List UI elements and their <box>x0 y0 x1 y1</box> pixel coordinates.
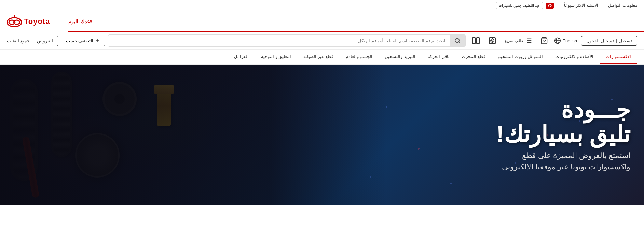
contact-link[interactable]: معلومات التواصل <box>608 3 637 8</box>
language-button[interactable]: English <box>554 37 577 44</box>
hero-overlay <box>0 65 386 205</box>
scan-icon <box>488 37 496 45</box>
top-bar: عبد اللطيف جميل للسيارات ٧٥ الاسئلة الاك… <box>0 0 644 11</box>
cat-nav-item-7[interactable]: قطع غير الصيانة <box>297 50 339 64</box>
all-categories-link[interactable]: جميع الفئات <box>7 38 30 43</box>
cat-nav-item-9[interactable]: الفرامل <box>228 50 255 64</box>
header-red-line <box>68 31 644 32</box>
hero-subtitle: استمتع بالعروض المميزة على قطع واكسسوارا… <box>496 150 630 172</box>
hero-text: جـــودة تليق بسيارتك! استمتع بالعروض الم… <box>496 98 630 172</box>
quick-order-button[interactable]: طلب سريع <box>503 36 534 46</box>
anniversary-badge: ٧٥ <box>546 3 554 9</box>
hashtag-label[interactable]: #غدك_اليوم <box>68 19 92 24</box>
logo-area: Toyota <box>7 15 68 28</box>
navbar: تسجيل | تسجيل الدخول English طلب سريع <box>0 32 644 50</box>
svg-point-15 <box>491 39 494 42</box>
cat-nav-item-1[interactable]: الأضاءة والالكترونيات <box>549 50 600 64</box>
search-area: التصنيف حسب... <box>57 34 466 47</box>
cart-icon <box>540 37 548 44</box>
offers-link[interactable]: العروض <box>37 38 53 43</box>
hero-banner: جـــودة تليق بسيارتك! استمتع بالعروض الم… <box>0 65 644 205</box>
svg-rect-3 <box>14 15 15 18</box>
svg-point-24 <box>455 39 459 43</box>
al-logo: عبد اللطيف جميل للسيارات <box>496 2 543 9</box>
search-submit-button[interactable] <box>450 35 465 46</box>
cart-button[interactable] <box>538 36 550 46</box>
svg-point-16 <box>492 40 493 41</box>
header-right: #غدك_اليوم <box>68 19 637 24</box>
list-icon <box>525 37 532 44</box>
brand-logo-area: عبد اللطيف جميل للسيارات ٧٥ <box>496 2 554 9</box>
nav-links: العروض جميع الفئات <box>7 38 53 43</box>
cat-nav-item-2[interactable]: السوائل وزيوت التشحيم <box>492 50 549 64</box>
cat-nav-item-5[interactable]: التبريد والتسخين <box>379 50 422 64</box>
svg-rect-20 <box>477 38 479 44</box>
scan-button[interactable] <box>486 35 498 46</box>
toyota-logo-icon <box>7 15 22 28</box>
search-icon <box>454 38 461 44</box>
cat-nav-item-0[interactable]: الاكسسوارات <box>600 50 637 64</box>
svg-line-25 <box>458 42 460 43</box>
auth-button[interactable]: تسجيل | تسجيل الدخول <box>581 36 637 46</box>
globe-icon <box>554 37 561 44</box>
search-input[interactable] <box>108 36 450 46</box>
cat-nav-item-4[interactable]: ناقل الحركة <box>422 50 456 64</box>
faq-link[interactable]: الاسئلة الاكثر شيوعاً <box>564 3 598 8</box>
cat-nav-item-6[interactable]: الجسم والعادم <box>340 50 379 64</box>
toyota-wordmark: Toyota <box>24 17 50 26</box>
compare-icon <box>472 37 480 45</box>
classify-button[interactable]: التصنيف حسب... <box>57 36 105 46</box>
hero-title: جـــودة تليق بسيارتك! <box>496 98 630 146</box>
plus-icon <box>95 38 100 43</box>
svg-rect-19 <box>472 38 475 44</box>
compare-button[interactable] <box>470 35 482 46</box>
search-main <box>108 34 466 47</box>
cat-nav-item-3[interactable]: قطع المحرك <box>456 50 492 64</box>
cat-nav-item-8[interactable]: التعليق و التوجيه <box>255 50 297 64</box>
category-nav: الاكسسواراتالأضاءة والالكترونياتالسوائل … <box>0 50 644 65</box>
header: Toyota #غدك_اليوم <box>0 11 644 32</box>
